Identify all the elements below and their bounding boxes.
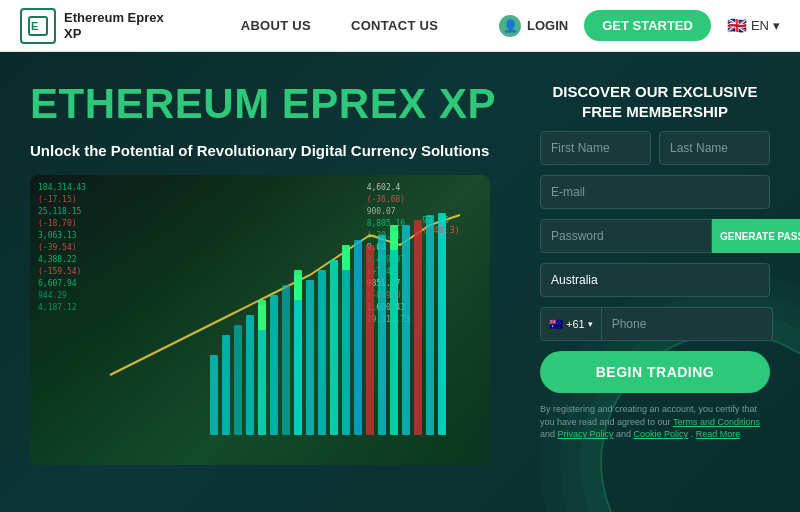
lang-code: EN (751, 18, 769, 33)
logo-icon: E (20, 8, 56, 44)
svg-rect-25 (390, 225, 398, 250)
logo-text: Ethereum Eprex XP (64, 10, 164, 41)
login-button[interactable]: 👤 LOGIN (499, 15, 568, 37)
email-input[interactable] (540, 175, 770, 209)
svg-rect-14 (354, 240, 362, 435)
generate-passwords-button[interactable]: GENERATE PASSWORDS (712, 219, 800, 253)
page-subtitle: Unlock the Potential of Revolutionary Di… (30, 140, 510, 161)
svg-rect-24 (342, 245, 350, 270)
signup-form-panel: DISCOVER OUR EXCLUSIVE FREE MEMBERSHIP G… (540, 82, 770, 492)
begin-trading-button[interactable]: BEGIN TRADING (540, 351, 770, 393)
trading-chart-image: 184,314.43 (-17.15) 25,118.15 (-18.70) 3… (30, 175, 490, 465)
svg-rect-10 (306, 280, 314, 435)
nav-contact[interactable]: CONTACT US (351, 18, 438, 33)
svg-rect-13 (342, 250, 350, 435)
svg-rect-20 (426, 215, 434, 435)
svg-rect-22 (258, 300, 266, 330)
svg-rect-12 (330, 260, 338, 435)
header: E Ethereum Eprex XP ABOUT US CONTACT US … (0, 0, 800, 52)
get-started-button[interactable]: GET STARTED (584, 10, 711, 41)
language-selector[interactable]: 🇬🇧 EN ▾ (727, 16, 780, 35)
flag-icon: 🇬🇧 (727, 16, 747, 35)
svg-rect-18 (402, 225, 410, 435)
cookie-link[interactable]: Cookie Policy (634, 429, 689, 439)
phone-code-selector[interactable]: 🇦🇺 +61 ▾ (540, 307, 602, 341)
chevron-down-icon: ▾ (773, 18, 780, 33)
svg-text:E: E (31, 20, 38, 32)
first-name-input[interactable] (540, 131, 651, 165)
left-panel: ETHEREUM EPREX XP Unlock the Potential o… (30, 82, 510, 492)
main-content: ETHEREUM EPREX XP Unlock the Potential o… (0, 52, 800, 512)
svg-rect-11 (318, 270, 326, 435)
nav-about[interactable]: ABOUT US (241, 18, 311, 33)
login-label: LOGIN (527, 18, 568, 33)
name-row (540, 131, 770, 165)
svg-rect-3 (222, 335, 230, 435)
svg-rect-23 (294, 270, 302, 300)
password-input[interactable] (540, 219, 712, 253)
main-nav: ABOUT US CONTACT US (180, 18, 499, 33)
svg-rect-8 (282, 285, 290, 435)
chevron-down-icon: ▾ (588, 319, 593, 329)
phone-input[interactable] (602, 307, 773, 341)
user-icon: 👤 (499, 15, 521, 37)
disclaimer-text: By registering and creating an account, … (540, 403, 770, 441)
svg-rect-5 (246, 315, 254, 435)
svg-rect-4 (234, 325, 242, 435)
au-flag-icon: 🇦🇺 (549, 318, 563, 331)
svg-rect-2 (210, 355, 218, 435)
privacy-link[interactable]: Privacy Policy (558, 429, 614, 439)
svg-rect-16 (378, 235, 386, 435)
logo-area: E Ethereum Eprex XP (20, 8, 180, 44)
country-select[interactable]: Australia (540, 263, 770, 297)
svg-rect-15 (366, 245, 374, 435)
page-title: ETHEREUM EPREX XP (30, 82, 510, 126)
last-name-input[interactable] (659, 131, 770, 165)
svg-rect-7 (270, 295, 278, 435)
terms-link[interactable]: Terms and Conditions (673, 417, 760, 427)
phone-row: 🇦🇺 +61 ▾ (540, 307, 770, 341)
svg-rect-17 (390, 230, 398, 435)
read-more-link[interactable]: Read More (696, 429, 741, 439)
phone-code-value: +61 (566, 318, 585, 330)
svg-rect-21 (438, 213, 446, 435)
form-heading: DISCOVER OUR EXCLUSIVE FREE MEMBERSHIP (540, 82, 770, 121)
svg-rect-19 (414, 220, 422, 435)
password-row: GENERATE PASSWORDS (540, 219, 770, 253)
header-right: 👤 LOGIN GET STARTED 🇬🇧 EN ▾ (499, 10, 780, 41)
